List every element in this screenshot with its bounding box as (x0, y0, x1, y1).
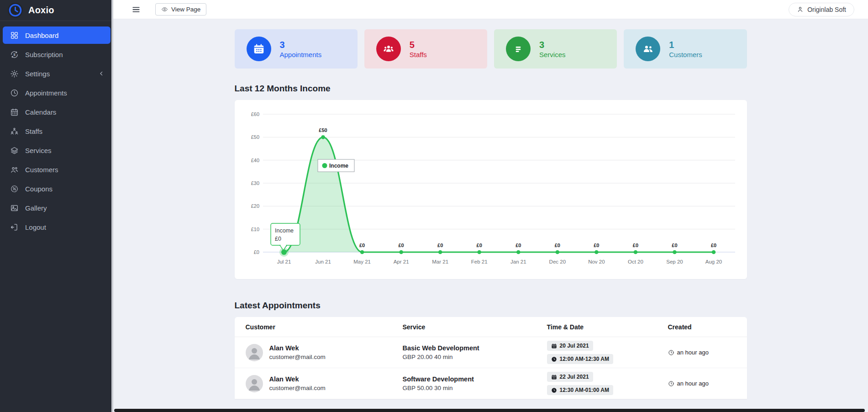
app-logo-clock-icon (8, 3, 23, 18)
svg-text:Income: Income (275, 227, 294, 234)
svg-text:£0: £0 (476, 243, 482, 248)
appointment-row[interactable]: Alan Wekcustomer@mail.comSoftware Develo… (235, 368, 747, 399)
two-person-filled-icon (636, 37, 660, 61)
clock-icon (668, 349, 674, 356)
stat-value: 3 (539, 40, 566, 50)
sidebar-item-label: Staffs (25, 127, 42, 135)
income-chart-title: Last 12 Months Income (235, 84, 747, 94)
sidebar-item-dashboard[interactable]: Dashboard (3, 26, 110, 44)
svg-text:Income: Income (329, 163, 348, 169)
latest-appointments-title: Latest Appointments (235, 301, 747, 311)
chevron-left-icon[interactable] (98, 70, 105, 77)
account-button[interactable]: Originlab Soft (789, 3, 854, 16)
service-name: Basic Web Development (403, 344, 547, 352)
time-date-cell: 20 Jul 202112:00 AM-12:30 AM (547, 341, 668, 364)
sidebar-nav: Dashboard$SubscriptionSettingsAppointmen… (0, 21, 113, 236)
created-cell: an hour ago (668, 349, 736, 356)
sidebar-item-label: Settings (25, 70, 50, 78)
clock-icon (10, 89, 19, 97)
stat-card-customers: 1Customers (624, 29, 747, 69)
calendar-icon (551, 374, 557, 380)
svg-text:Mar 21: Mar 21 (432, 259, 448, 264)
customer-email: customer@mail.com (269, 385, 326, 391)
clock-icon (551, 356, 557, 362)
service-cell: Software DevelopmentGBP 50.00 30 min (403, 375, 547, 391)
svg-text:£0: £0 (594, 243, 599, 248)
customers-icon (10, 165, 19, 174)
created-cell: an hour ago (668, 380, 736, 387)
sidebar-item-staffs[interactable]: Staffs (3, 122, 110, 140)
stat-value: 1 (669, 40, 702, 50)
created-text: an hour ago (677, 349, 709, 356)
sidebar-item-services[interactable]: Services (3, 142, 110, 159)
sidebar-item-label: Gallery (25, 204, 47, 212)
staffs-icon (10, 127, 19, 136)
svg-text:£50: £50 (319, 127, 327, 133)
logout-icon (10, 223, 19, 232)
customer-cell: Alan Wekcustomer@mail.com (246, 344, 403, 361)
stat-label: Customers (669, 51, 702, 58)
service-meta: GBP 20.00 40 min (403, 354, 547, 360)
sidebar-item-label: Coupons (25, 185, 53, 193)
sidebar-header: Aoxio (0, 0, 113, 21)
svg-text:£0: £0 (275, 236, 281, 242)
sidebar-item-label: Services (25, 147, 52, 154)
column-header-service: Service (403, 323, 547, 331)
svg-text:Nov 20: Nov 20 (588, 259, 605, 264)
sidebar-item-calendars[interactable]: Calendars (3, 103, 110, 121)
account-label: Originlab Soft (807, 6, 846, 13)
coupon-icon (10, 185, 19, 193)
svg-text:$: $ (13, 53, 16, 57)
svg-text:£0: £0 (710, 243, 716, 248)
column-header-time-date: Time & Date (547, 323, 668, 331)
sidebar-scrollbar-track[interactable] (111, 0, 113, 412)
stat-card-staffs: 5Staffs (364, 29, 487, 69)
gallery-icon (10, 204, 19, 212)
stat-label: Appointments (280, 51, 322, 58)
created-text: an hour ago (677, 380, 709, 387)
sidebar-item-gallery[interactable]: Gallery (3, 199, 110, 217)
svg-text:£30: £30 (251, 180, 259, 186)
sidebar-item-coupons[interactable]: Coupons (3, 180, 110, 197)
clock-icon (668, 380, 674, 387)
calendar-icon (10, 108, 19, 116)
svg-text:Jan 21: Jan 21 (510, 259, 526, 264)
calendar-icon (551, 343, 557, 349)
sidebar-item-subscription[interactable]: $Subscription (3, 46, 110, 63)
svg-text:£0: £0 (359, 243, 364, 248)
eye-icon (161, 6, 168, 13)
income-chart-panel: £0£10£20£30£40£50£60£0Jul 21£50Jun 21£0M… (235, 100, 747, 279)
sidebar-item-logout[interactable]: Logout (3, 218, 110, 236)
chart-legend[interactable]: Income (318, 159, 354, 172)
sidebar-item-appointments[interactable]: Appointments (3, 84, 110, 101)
customer-name: Alan Wek (269, 344, 326, 352)
svg-text:£0: £0 (437, 243, 443, 248)
view-page-label: View Page (171, 6, 200, 13)
appointments-table-header: Customer Service Time & Date Created (235, 317, 747, 337)
svg-text:May 21: May 21 (353, 259, 371, 264)
customer-name: Alan Wek (269, 375, 326, 383)
svg-text:£0: £0 (516, 243, 521, 248)
subscription-icon: $ (10, 50, 19, 59)
horizontal-scrollbar-thumb[interactable] (114, 409, 865, 412)
svg-text:Oct 20: Oct 20 (627, 259, 643, 264)
svg-text:£0: £0 (554, 243, 560, 248)
appointments-table-body: Alan Wekcustomer@mail.comBasic Web Devel… (235, 337, 747, 399)
clock-icon (551, 387, 557, 393)
svg-text:£0: £0 (398, 243, 404, 248)
sidebar-item-label: Logout (25, 223, 46, 231)
svg-text:£10: £10 (251, 227, 259, 232)
svg-text:£0: £0 (632, 243, 638, 248)
appointment-row[interactable]: Alan Wekcustomer@mail.comBasic Web Devel… (235, 337, 747, 368)
appointments-table: Customer Service Time & Date Created Ala… (235, 317, 747, 399)
hamburger-menu-icon[interactable] (132, 5, 141, 14)
sidebar-item-customers[interactable]: Customers (3, 161, 110, 178)
time-badge: 12:30 AM-01:00 AM (547, 385, 613, 395)
stats-row: 3Appointments5Staffs3Services1Customers (235, 29, 747, 69)
customer-avatar (246, 375, 263, 392)
customer-email: customer@mail.com (269, 354, 326, 360)
view-page-button[interactable]: View Page (155, 3, 206, 16)
person-icon (797, 6, 804, 13)
sidebar-item-settings[interactable]: Settings (3, 65, 110, 82)
time-date-cell: 22 Jul 202112:30 AM-01:00 AM (547, 372, 668, 395)
